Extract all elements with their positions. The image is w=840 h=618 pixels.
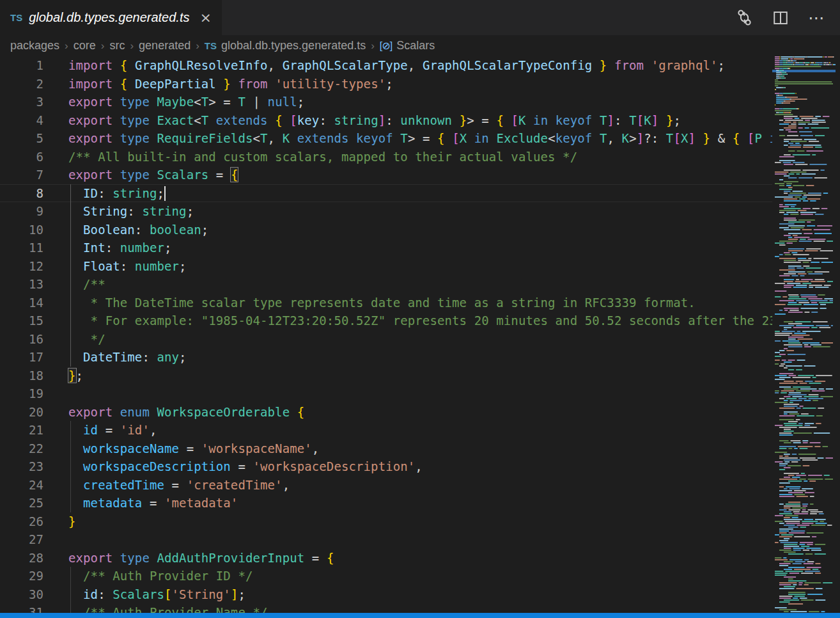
code-line-10: Boolean: boolean;	[68, 221, 772, 239]
code-lines[interactable]: import { GraphQLResolveInfo, GraphQLScal…	[57, 56, 772, 613]
line-number[interactable]: 17	[0, 348, 57, 367]
line-number[interactable]: 1	[0, 56, 57, 75]
line-number[interactable]: 24	[0, 476, 57, 495]
minimap[interactable]	[772, 56, 836, 613]
code-line-24: createdTime = 'createdTime',	[68, 476, 772, 495]
code-line-16: */	[68, 330, 772, 349]
tab-global-db-types[interactable]: TS global.db.types.generated.ts ×	[0, 0, 222, 35]
code-line-1: import { GraphQLResolveInfo, GraphQLScal…	[68, 56, 772, 75]
code-line-31: /** Auth Provider Name */	[68, 603, 772, 613]
line-number[interactable]: 5	[0, 129, 57, 148]
code-line-13: /**	[68, 275, 772, 294]
breadcrumb-label: generated	[139, 39, 191, 52]
line-number-gutter[interactable]: 1234567891011121314151617181920212223242…	[0, 56, 57, 613]
line-number[interactable]: 8	[0, 184, 57, 203]
code-line-22: workspaceName = 'workspaceName',	[68, 440, 772, 458]
code-line-28: export type AddAuthProviderInput = {	[68, 549, 772, 567]
line-number[interactable]: 27	[0, 530, 57, 549]
split-editor-icon[interactable]	[772, 10, 789, 26]
code-line-11: Int: number;	[68, 239, 772, 257]
line-number[interactable]: 19	[0, 384, 57, 403]
breadcrumb-item-core[interactable]: core	[74, 39, 96, 52]
line-number[interactable]: 11	[0, 239, 57, 257]
breadcrumb-label: global.db.types.generated.ts	[221, 39, 366, 52]
code-line-23: workspaceDescription = 'workspaceDescrip…	[68, 457, 772, 476]
line-number[interactable]: 18	[0, 367, 57, 385]
line-number[interactable]: 9	[0, 202, 57, 221]
breadcrumb-label: src	[109, 39, 125, 52]
code-line-15: * For example: "1985-04-12T23:20:50.52Z"…	[68, 312, 772, 330]
line-number[interactable]: 26	[0, 512, 57, 531]
breadcrumb: packages›core›src›generated›TSglobal.db.…	[0, 35, 840, 56]
line-number[interactable]: 14	[0, 294, 57, 312]
code-line-7: export type Scalars = {	[68, 166, 772, 184]
breadcrumb-separator: ›	[65, 40, 68, 52]
code-line-21: id = 'id',	[68, 421, 772, 440]
code-line-19	[68, 384, 772, 403]
breadcrumb-label: packages	[10, 39, 59, 52]
editor-actions: ⋯	[736, 0, 840, 35]
code-line-17: DateTime: any;	[68, 348, 772, 367]
line-number[interactable]: 21	[0, 421, 57, 440]
symbol-type-icon: [⊘]	[380, 40, 392, 52]
code-line-5: export type RequireFields<T, K extends k…	[68, 129, 772, 148]
code-line-8: ID: string;	[68, 184, 772, 203]
code-line-26: }	[68, 512, 772, 531]
line-number[interactable]: 12	[0, 257, 57, 276]
line-number[interactable]: 6	[0, 148, 57, 166]
line-number[interactable]: 25	[0, 494, 57, 512]
line-number[interactable]: 3	[0, 93, 57, 111]
code-line-27	[68, 530, 772, 549]
breadcrumb-item-src[interactable]: src	[109, 39, 125, 52]
code-line-14: * The DateTime scalar type represents da…	[68, 294, 772, 312]
line-number[interactable]: 29	[0, 567, 57, 585]
breadcrumb-item-scalars[interactable]: [⊘]Scalars	[380, 39, 435, 52]
line-number[interactable]: 7	[0, 166, 57, 184]
line-number[interactable]: 10	[0, 221, 57, 239]
code-line-25: metadata = 'metadata'	[68, 494, 772, 512]
breadcrumb-separator: ›	[101, 40, 105, 52]
ts-file-icon: TS	[205, 40, 217, 51]
breadcrumb-separator: ›	[371, 40, 375, 52]
tab-label: global.db.types.generated.ts	[29, 10, 189, 25]
ts-file-icon: TS	[10, 12, 22, 23]
code-line-29: /** Auth Provider ID */	[68, 567, 772, 585]
code-line-9: String: string;	[68, 202, 772, 221]
breadcrumb-label: core	[74, 39, 96, 52]
line-number[interactable]: 20	[0, 403, 57, 422]
breadcrumb-separator: ›	[196, 40, 199, 52]
line-number[interactable]: 2	[0, 75, 57, 93]
code-line-3: export type Maybe<T> = T | null;	[68, 93, 772, 111]
breadcrumb-item-packages[interactable]: packages	[10, 39, 59, 52]
code-line-4: export type Exact<T extends { [key: stri…	[68, 111, 772, 130]
line-number[interactable]: 16	[0, 330, 57, 349]
line-number[interactable]: 15	[0, 312, 57, 330]
tab-bar: TS global.db.types.generated.ts × ⋯	[0, 0, 840, 35]
breadcrumb-item-global-db-types-generated-ts[interactable]: TSglobal.db.types.generated.ts	[205, 39, 366, 52]
code-editor[interactable]: 1234567891011121314151617181920212223242…	[0, 56, 840, 613]
code-line-20: export enum WorkspaceOrderable {	[68, 403, 772, 422]
close-tab-icon[interactable]: ×	[199, 11, 211, 25]
status-bar	[0, 613, 840, 618]
vscode-window: { "tab_bar": { "tab": { "icon_label": "T…	[0, 0, 840, 618]
line-number[interactable]: 30	[0, 585, 57, 604]
line-number[interactable]: 23	[0, 457, 57, 476]
line-number[interactable]: 13	[0, 275, 57, 294]
breadcrumb-label: Scalars	[396, 39, 435, 52]
code-line-30: id: Scalars['String'];	[68, 585, 772, 604]
code-line-18: };	[68, 367, 772, 385]
breadcrumb-separator: ›	[130, 40, 134, 52]
line-number[interactable]: 4	[0, 111, 57, 130]
line-number[interactable]: 28	[0, 549, 57, 567]
open-changes-icon[interactable]	[736, 9, 753, 26]
code-line-12: Float: number;	[68, 257, 772, 276]
code-line-6: /** All built-in and custom scalars, map…	[68, 148, 772, 166]
line-number[interactable]: 22	[0, 440, 57, 458]
breadcrumb-item-generated[interactable]: generated	[139, 39, 191, 52]
line-number[interactable]: 31	[0, 603, 57, 613]
code-line-2: import { DeepPartial } from 'utility-typ…	[68, 75, 772, 93]
